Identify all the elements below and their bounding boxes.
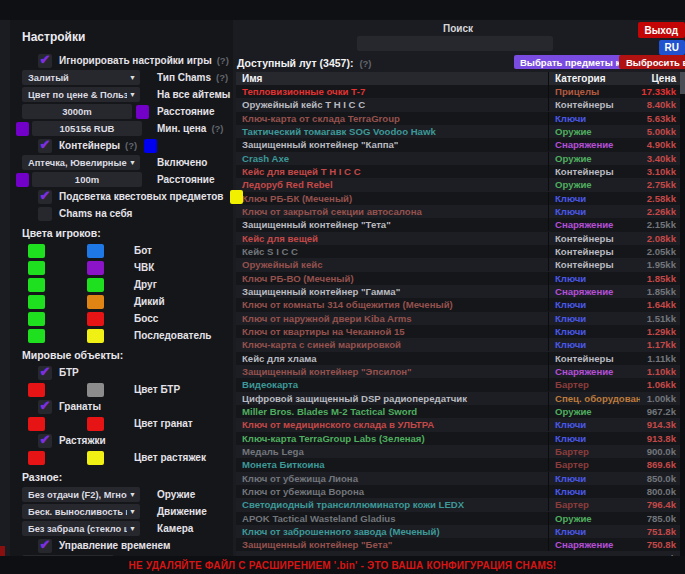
text-input[interactable]: 3000m: [22, 104, 132, 119]
checkbox-checked[interactable]: ✔: [38, 434, 52, 448]
table-scrollbar[interactable]: [680, 72, 685, 556]
color-swatch[interactable]: [87, 417, 104, 431]
text-input[interactable]: 100m: [32, 172, 142, 187]
settings-row: Беск. выносливость и нет уста▼Движение: [22, 503, 233, 520]
table-row[interactable]: Кейс для вещейКонтейнеры2.08kk: [236, 232, 680, 245]
table-row[interactable]: Защищенный контейнер "Тета"Снаряжение2.1…: [236, 218, 680, 231]
color-swatch[interactable]: [28, 451, 45, 465]
table-row[interactable]: Кейс для вещей T H I C CКонтейнеры3.10kk: [236, 165, 680, 178]
item-price: 750.8k: [640, 538, 680, 551]
checkmark-icon: ✔: [40, 191, 51, 201]
table-row[interactable]: Кейс для хламаКонтейнеры1.11kk: [236, 352, 680, 365]
item-price: 1.85kk: [640, 285, 680, 298]
dropdown[interactable]: Без забрала (стекло шлема)▼: [22, 521, 140, 536]
search-input[interactable]: [357, 36, 553, 51]
color-swatch[interactable]: [28, 329, 45, 343]
table-row[interactable]: Оружейный кейсКонтейнеры1.95kk: [236, 258, 680, 271]
table-row[interactable]: Ключ от медицинского склада в УЛЬТРАКлюч…: [236, 418, 680, 431]
item-name: Ключ-карта TerraGroup Labs (Зеленая): [236, 432, 548, 445]
color-swatch[interactable]: [16, 173, 29, 187]
table-row[interactable]: Защищенный контейнер "Бета"Снаряжение750…: [236, 538, 680, 551]
table-row[interactable]: Ключ РБ-ВО (Меченый)Ключи1.85kk: [236, 272, 680, 285]
table-row[interactable]: Тепловизионные очки Т-7Прицелы17.33kk: [236, 85, 680, 98]
table-row[interactable]: Ключ-карта с синей маркировкойКлючи1.17k…: [236, 338, 680, 351]
table-row[interactable]: Тактический томагавк SOG Voodoo HawkОруж…: [236, 125, 680, 138]
dropdown[interactable]: Аптечка, Ювелирные и...▼: [22, 155, 140, 170]
table-row[interactable]: Ключ от заброшенного завода (Меченый)Клю…: [236, 525, 680, 538]
color-swatch[interactable]: [28, 261, 45, 275]
item-name: Защищенный контейнер "Эпсилон": [236, 365, 548, 378]
chevron-down-icon: ▼: [129, 159, 136, 166]
color-swatch[interactable]: [87, 261, 104, 275]
settings-rows: ✔Игнорировать настройки игры(?)Залитый▼Т…: [22, 52, 233, 571]
table-row[interactable]: Ключ от квартиры на Чеканной 15Ключи1.29…: [236, 325, 680, 338]
table-row[interactable]: Защищенный контейнер "Каппа"Снаряжение4.…: [236, 138, 680, 151]
table-row[interactable]: Медаль LegaБартер900.0k: [236, 445, 680, 458]
color-swatch[interactable]: [28, 295, 45, 309]
table-row[interactable]: Защищенный контейнер "Гамма"Снаряжение1.…: [236, 285, 680, 298]
dropdown[interactable]: Залитый▼: [22, 70, 140, 85]
item-name: Цифровой защищенный DSP радиопередатчик: [236, 392, 548, 405]
table-row[interactable]: Кейс S I C CКонтейнеры2.05kk: [236, 245, 680, 258]
table-row[interactable]: Crash AxeОружие3.40kk: [236, 152, 680, 165]
color-pair: [28, 295, 134, 309]
color-swatch[interactable]: [28, 417, 45, 431]
checkbox-checked[interactable]: ✔: [38, 190, 52, 204]
scrollbar-thumb[interactable]: [680, 72, 685, 94]
checkbox-checked[interactable]: ✔: [38, 366, 52, 380]
color-swatch[interactable]: [16, 122, 29, 136]
checkbox-checked[interactable]: ✔: [38, 54, 52, 68]
table-row[interactable]: Miller Bros. Blades M-2 Tactical SwordОр…: [236, 405, 680, 418]
exit-button[interactable]: Выход: [638, 22, 685, 38]
table-row[interactable]: Ключ-карта от склада TerraGroupКлючи5.63…: [236, 112, 680, 125]
table-row[interactable]: Ключ от закрытой секции автосалонаКлючи2…: [236, 205, 680, 218]
table-row[interactable]: Оружейный кейс T H I C CКонтейнеры8.40kk: [236, 98, 680, 111]
dropdown[interactable]: Беск. выносливость и нет уста▼: [22, 504, 140, 519]
table-row[interactable]: Цифровой защищенный DSP радиопередатчикС…: [236, 392, 680, 405]
table-row[interactable]: Монета БиткоинаБартер869.6k: [236, 458, 680, 471]
table-row[interactable]: Светодиодный трансиллюминатор кожи LEDXБ…: [236, 498, 680, 511]
color-swatch[interactable]: [87, 295, 104, 309]
language-button[interactable]: RU: [659, 40, 685, 55]
table-row[interactable]: Ключ от наружной двери Kiba ArmsКлючи1.5…: [236, 312, 680, 325]
settings-row: Друг: [22, 276, 233, 293]
color-swatch[interactable]: [87, 383, 104, 397]
table-row[interactable]: Ключ от комнаты 314 общежития (Меченый)К…: [236, 298, 680, 311]
loot-table: Имя Категория Цена Тепловизионные очки Т…: [236, 72, 680, 556]
color-swatch[interactable]: [87, 244, 104, 258]
table-row[interactable]: APOK Tactical Wasteland GladiusОружие785…: [236, 512, 680, 525]
color-pair: [28, 383, 134, 397]
text-input[interactable]: 105156 RUB: [32, 121, 142, 136]
color-swatch[interactable]: [28, 278, 45, 292]
color-swatch[interactable]: [136, 105, 149, 119]
checkbox-unchecked[interactable]: [38, 207, 52, 221]
color-swatch[interactable]: [230, 190, 243, 204]
table-row[interactable]: Защищенный контейнер "Эпсилон"Снаряжение…: [236, 365, 680, 378]
color-swatch[interactable]: [144, 139, 157, 153]
item-name: Тепловизионные очки Т-7: [236, 85, 548, 98]
color-swatch[interactable]: [87, 312, 104, 326]
color-row-label: ЧВК: [134, 262, 154, 273]
color-swatch[interactable]: [28, 383, 45, 397]
color-swatch[interactable]: [87, 278, 104, 292]
color-swatch[interactable]: [28, 312, 45, 326]
dropdown[interactable]: Цвет по цене & Пользователь▼: [22, 87, 140, 102]
checkbox-checked[interactable]: ✔: [38, 139, 52, 153]
item-category: Оружие: [548, 178, 640, 191]
input-zone: 100m: [22, 172, 157, 187]
color-swatch[interactable]: [28, 244, 45, 258]
color-swatch[interactable]: [87, 451, 104, 465]
table-row[interactable]: Ключ РБ-БК (Меченый)Ключи2.58kk: [236, 192, 680, 205]
checkbox-checked[interactable]: ✔: [38, 539, 52, 553]
table-row[interactable]: Ключ-карта TerraGroup Labs (Зеленая)Ключ…: [236, 432, 680, 445]
color-swatch[interactable]: [87, 329, 104, 343]
table-row[interactable]: Ключ от убежища ВоронаКлючи800.0k: [236, 485, 680, 498]
settings-row: Бот: [22, 242, 233, 259]
table-row[interactable]: ВидеокартаБартер1.06kk: [236, 378, 680, 391]
table-row[interactable]: Ключ от убежища ЛионаКлючи850.0k: [236, 472, 680, 485]
item-category: Бартер: [548, 445, 640, 458]
dropdown[interactable]: Без отдачи (F2), Мгновенное п▼: [22, 487, 140, 502]
table-row[interactable]: Ледоруб Red RebelОружие2.75kk: [236, 178, 680, 191]
drop-all-button[interactable]: Выбросить все: [619, 55, 685, 69]
checkbox-checked[interactable]: ✔: [38, 400, 52, 414]
